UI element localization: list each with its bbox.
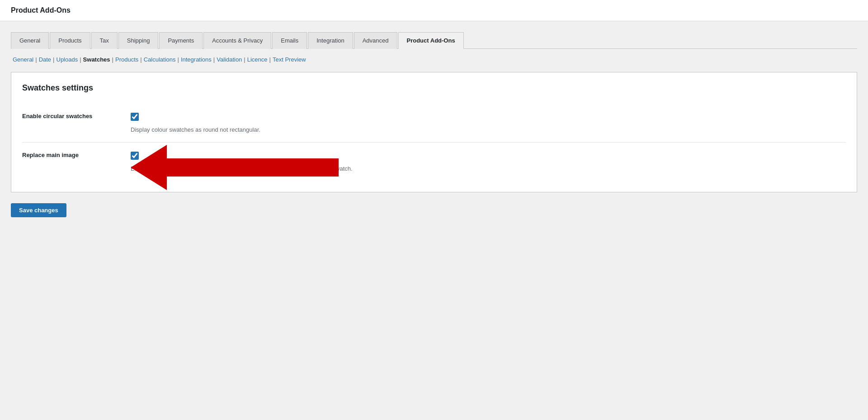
sub-nav-link-calculations[interactable]: Calculations: [144, 56, 176, 63]
sub-nav-separator: |: [53, 56, 54, 63]
main-content: GeneralProductsTaxShippingPaymentsAccoun…: [0, 21, 868, 228]
checkbox-wrapper-enable-circular-swatches: Display colour swatches as round not rec…: [131, 113, 846, 133]
sub-nav-link-products[interactable]: Products: [115, 56, 138, 63]
main-tab-integration[interactable]: Integration: [308, 32, 353, 49]
page-title: Product Add-Ons: [11, 6, 857, 14]
sub-nav-separator: |: [112, 56, 113, 63]
sub-nav-separator: |: [213, 56, 215, 63]
sub-nav-item-swatches: Swatches: [83, 56, 110, 63]
sub-nav-separator: |: [35, 56, 37, 63]
save-button[interactable]: Save changes: [11, 203, 66, 217]
sub-nav-link-licence[interactable]: Licence: [247, 56, 268, 63]
sub-nav-link-validation[interactable]: Validation: [217, 56, 242, 63]
sub-nav-link-text-preview[interactable]: Text Preview: [273, 56, 306, 63]
sub-nav-separator: |: [244, 56, 245, 63]
settings-value-enable-circular-swatches: Display colour swatches as round not rec…: [131, 104, 846, 143]
settings-row-replace-main-image: Replace main imageEnable this option to …: [22, 143, 846, 181]
bottom-bar: Save changes: [11, 192, 857, 217]
main-tab-emails[interactable]: Emails: [272, 32, 307, 49]
main-tab-advanced[interactable]: Advanced: [354, 32, 397, 49]
sub-nav-link-uploads[interactable]: Uploads: [57, 56, 78, 63]
settings-row-enable-circular-swatches: Enable circular swatchesDisplay colour s…: [22, 104, 846, 143]
field-description-replace-main-image: Enable this option to replace the main p…: [131, 165, 353, 172]
field-description-enable-circular-swatches: Display colour swatches as round not rec…: [131, 126, 260, 133]
settings-label-replace-main-image: Replace main image: [22, 143, 131, 181]
main-tab-products[interactable]: Products: [50, 32, 90, 49]
page-header: Product Add-Ons: [0, 0, 868, 21]
sub-nav-link-date[interactable]: Date: [39, 56, 51, 63]
settings-title: Swatches settings: [22, 83, 846, 93]
checkbox-wrapper-replace-main-image: Enable this option to replace the main p…: [131, 152, 846, 172]
checkbox-enable-circular-swatches[interactable]: [131, 113, 139, 121]
content-area: General | Date | Uploads | Swatches | Pr…: [11, 49, 857, 228]
sub-nav-link-general[interactable]: General: [13, 56, 33, 63]
sub-nav-separator: |: [80, 56, 81, 63]
arrow-annotation-container: [131, 152, 139, 162]
sub-nav-separator: |: [178, 56, 179, 63]
settings-value-replace-main-image: Enable this option to replace the main p…: [131, 143, 846, 181]
main-tab-product-add-ons[interactable]: Product Add-Ons: [398, 32, 464, 49]
sub-nav-separator: |: [269, 56, 271, 63]
main-tab-tax[interactable]: Tax: [91, 32, 118, 49]
main-tab-payments[interactable]: Payments: [159, 32, 203, 49]
main-tab-shipping[interactable]: Shipping: [118, 32, 159, 49]
settings-table: Enable circular swatchesDisplay colour s…: [22, 104, 846, 181]
sub-nav: General | Date | Uploads | Swatches | Pr…: [11, 56, 857, 63]
checkbox-replace-main-image[interactable]: [131, 152, 139, 160]
settings-label-enable-circular-swatches: Enable circular swatches: [22, 104, 131, 143]
sub-nav-link-integrations[interactable]: Integrations: [181, 56, 212, 63]
main-tabs: GeneralProductsTaxShippingPaymentsAccoun…: [11, 32, 857, 49]
settings-panel: Swatches settings Enable circular swatch…: [11, 72, 857, 192]
main-tab-accounts-privacy[interactable]: Accounts & Privacy: [203, 32, 271, 49]
sub-nav-separator: |: [140, 56, 142, 63]
main-tab-general[interactable]: General: [11, 32, 49, 49]
